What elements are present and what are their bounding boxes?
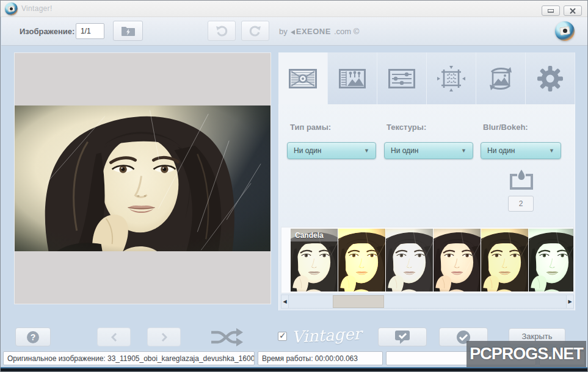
filter-thumb[interactable]: Candela [291,229,338,292]
preview-photo [15,106,270,251]
image-counter-input[interactable] [76,23,104,39]
window-title: Vintager! [21,4,53,13]
original-image-status: Оригинальное изображение: 33_11905_oboi_… [3,351,255,365]
blur-bokeh-dropdown[interactable]: Ни один ▼ [481,142,561,159]
frame-type-value: Ни один [294,146,321,155]
feedback-button[interactable] [378,327,427,346]
close-button[interactable] [564,5,582,16]
chevron-left-icon [111,333,117,342]
textures-value: Ни один [391,146,418,155]
pcprogs-watermark: PCPROGS.NET [466,341,586,367]
adjustments-icon [388,69,415,88]
filter-thumb[interactable] [338,229,385,292]
byline: by EXEONE .com © [279,17,359,45]
next-button[interactable] [147,327,181,346]
filter-filmstrip: Candela [281,227,574,293]
tab-frames[interactable] [278,52,328,104]
frame-icon [289,69,317,88]
blur-bokeh-label: Blur/Bokeh: [483,123,528,132]
byline-by: by [279,27,288,36]
open-folder-button[interactable] [113,21,143,41]
redo-icon [249,24,262,38]
redo-button[interactable] [241,21,269,41]
filter-thumb[interactable] [529,229,574,292]
vintager-logo-icon [555,21,575,41]
crop-icon [437,66,465,91]
tab-crop[interactable] [427,52,476,104]
effect-tabs [278,52,575,104]
chevron-down-icon: ▼ [461,148,466,154]
work-time-status: Время работы: 00:00:00.063 [258,351,383,365]
image-preview-area [14,52,271,304]
help-icon: ? [27,331,39,343]
frame-type-dropdown[interactable]: Ни один ▼ [287,142,376,159]
textures-dropdown[interactable]: Ни один ▼ [384,142,473,159]
vintager-script-logo: Vintager [291,324,361,346]
undo-icon [215,24,228,38]
comment-check-icon [394,330,410,345]
chevron-down-icon: ▼ [549,148,554,154]
window-bottom-edge [1,367,587,372]
help-button[interactable]: ? [15,327,51,346]
settings-gear-icon [537,65,564,92]
scroll-left-button[interactable]: ◀ [281,295,289,309]
vintager-window: Vintager! Изображение: [0,0,588,372]
frames-panel: Тип рамы: Текстуры: Blur/Bokeh: Ни один … [278,104,575,310]
filter-thumb[interactable] [481,229,528,292]
tab-textures[interactable] [328,52,377,104]
exeone-brand: EXEONE [291,27,331,36]
texture-icon [339,69,366,88]
title-bar: Vintager! [1,1,587,17]
bokeh-level-input[interactable]: 2 [508,196,534,212]
tab-settings[interactable] [526,52,575,104]
scrollbar-thumb[interactable] [333,295,384,308]
shuffle-icon [210,326,243,348]
top-toolbar: Изображение: by EXEONE .com © [1,17,588,46]
close-icon [570,8,576,14]
filmstrip-thumbs: Candela [291,229,574,292]
image-label: Изображение: [20,27,74,36]
byline-rest: .com © [334,27,359,36]
minimize-icon [548,9,554,13]
tab-adjustments[interactable] [377,52,427,104]
frame-type-label: Тип рамы: [290,123,331,132]
selected-filter-label: Candela [291,229,338,241]
previous-button[interactable] [97,327,131,346]
filter-thumb[interactable] [434,229,481,292]
undo-button[interactable] [208,21,236,41]
chevron-right-icon [161,333,167,342]
preview-checkbox[interactable] [278,332,287,341]
shuffle-button[interactable] [210,326,243,351]
app-icon [5,2,18,15]
filmstrip-scrollbar: ◀ ▶ [281,295,574,309]
chevron-down-icon: ▼ [364,148,369,154]
bokeh-droplet-button[interactable] [510,169,533,190]
scroll-right-button[interactable]: ▶ [566,295,574,309]
rotate-icon [487,67,515,90]
scrollbar-track[interactable] [289,295,566,309]
droplet-icon [517,169,526,181]
tab-rotate[interactable] [476,52,526,104]
folder-icon [121,26,136,37]
filter-thumb[interactable] [386,229,433,292]
blur-bokeh-value: Ни один [487,146,515,155]
textures-label: Текстуры: [387,123,426,132]
minimize-button[interactable] [542,5,560,16]
